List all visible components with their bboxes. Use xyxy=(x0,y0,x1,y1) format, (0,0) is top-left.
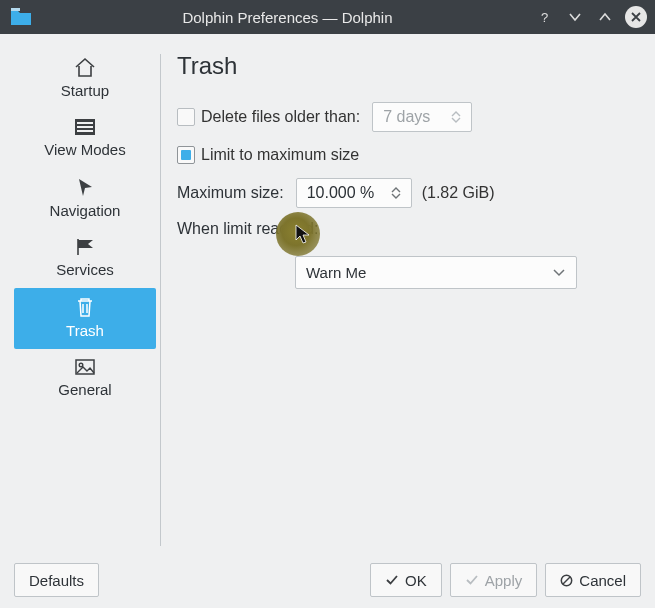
home-icon xyxy=(72,56,98,78)
vertical-divider xyxy=(160,54,161,546)
cursor-icon xyxy=(74,176,96,198)
spinner-arrows-icon xyxy=(387,187,405,199)
spinner-arrows-icon xyxy=(447,111,465,123)
when-limit-combo[interactable]: Warn Me xyxy=(295,256,577,289)
apply-label: Apply xyxy=(485,572,523,589)
sidebar-item-view-modes[interactable]: View Modes xyxy=(14,109,156,168)
sidebar-label: Trash xyxy=(66,322,104,339)
apply-button[interactable]: Apply xyxy=(450,563,538,597)
when-limit-value: Warn Me xyxy=(306,264,366,281)
delete-older-spin[interactable]: 7 days xyxy=(372,102,472,132)
cancel-button[interactable]: Cancel xyxy=(545,563,641,597)
defaults-label: Defaults xyxy=(29,572,84,589)
content-pane: Trash Delete files older than: 7 days Li… xyxy=(171,48,655,552)
max-size-value: 10.000 % xyxy=(307,184,381,202)
sidebar-item-general[interactable]: General xyxy=(14,349,156,408)
sidebar-item-services[interactable]: Services xyxy=(14,229,156,288)
delete-older-row: Delete files older than: 7 days xyxy=(177,102,637,132)
check-icon xyxy=(385,574,399,586)
svg-point-7 xyxy=(79,363,83,367)
svg-rect-5 xyxy=(77,130,93,132)
sidebar-label: Navigation xyxy=(50,202,121,219)
limit-max-row: Limit to maximum size xyxy=(177,146,637,164)
sidebar: Startup View Modes Navigation Services T… xyxy=(14,48,156,552)
max-size-spin[interactable]: 10.000 % xyxy=(296,178,412,208)
svg-rect-3 xyxy=(77,122,93,124)
trash-icon xyxy=(74,296,96,318)
svg-rect-0 xyxy=(11,8,20,11)
sidebar-item-startup[interactable]: Startup xyxy=(14,48,156,109)
max-size-hint: (1.82 GiB) xyxy=(422,184,495,202)
svg-text:?: ? xyxy=(541,10,548,24)
window-title: Dolphin Preferences — Dolphin xyxy=(40,9,535,26)
max-size-label: Maximum size: xyxy=(177,184,284,202)
sidebar-item-trash[interactable]: Trash xyxy=(14,288,156,349)
cancel-icon xyxy=(560,574,573,587)
max-size-row: Maximum size: 10.000 % (1.82 GiB) xyxy=(177,178,637,208)
check-icon xyxy=(465,574,479,586)
cancel-label: Cancel xyxy=(579,572,626,589)
when-limit-label: When limit reached: xyxy=(177,220,318,237)
delete-older-checkbox[interactable] xyxy=(177,108,195,126)
list-icon xyxy=(73,117,97,137)
limit-max-checkbox[interactable] xyxy=(177,146,195,164)
delete-older-value: 7 days xyxy=(383,108,441,126)
delete-older-label: Delete files older than: xyxy=(201,108,360,126)
sidebar-label: Startup xyxy=(61,82,109,99)
help-icon[interactable]: ? xyxy=(535,7,555,27)
when-limit-row: When limit reached: xyxy=(177,220,637,238)
sidebar-item-navigation[interactable]: Navigation xyxy=(14,168,156,229)
chevron-down-icon xyxy=(550,269,568,277)
close-icon[interactable] xyxy=(625,6,647,28)
defaults-button[interactable]: Defaults xyxy=(14,563,99,597)
ok-label: OK xyxy=(405,572,427,589)
minimize-icon[interactable] xyxy=(565,7,585,27)
maximize-icon[interactable] xyxy=(595,7,615,27)
svg-rect-4 xyxy=(77,126,93,128)
titlebar-controls: ? xyxy=(535,6,647,28)
app-icon xyxy=(10,7,32,27)
footer: Defaults OK Apply Cancel xyxy=(0,552,655,608)
image-icon xyxy=(73,357,97,377)
page-title: Trash xyxy=(177,52,637,80)
ok-button[interactable]: OK xyxy=(370,563,442,597)
limit-max-label: Limit to maximum size xyxy=(201,146,359,164)
sidebar-label: View Modes xyxy=(44,141,125,158)
sidebar-label: Services xyxy=(56,261,114,278)
sidebar-label: General xyxy=(58,381,111,398)
titlebar: Dolphin Preferences — Dolphin ? xyxy=(0,0,655,34)
flag-icon xyxy=(73,237,97,257)
